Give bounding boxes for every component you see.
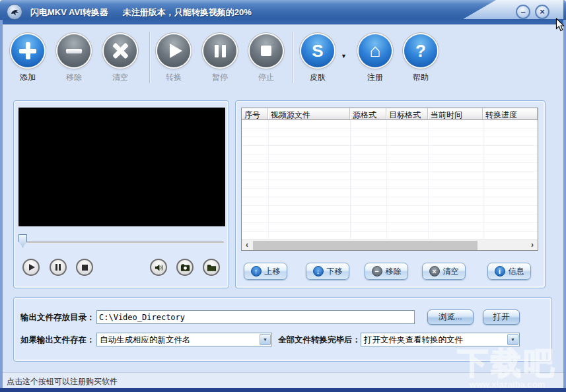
status-bar: 点击这个按钮可以注册购买软件 xyxy=(3,372,563,388)
toolbar-stop-button[interactable]: 停止 xyxy=(246,34,286,83)
queue-table-header: 序号 视频源文件 源格式 目标格式 当前时间 转换进度 xyxy=(242,108,538,120)
register-home-icon: ⌂ xyxy=(359,34,392,67)
toolbar-add-label: 添加 xyxy=(20,72,36,83)
toolbar-remove-button[interactable]: 移除 xyxy=(54,34,94,83)
column-header-source-file[interactable]: 视频源文件 xyxy=(268,108,350,119)
toolbar-separator xyxy=(149,32,150,83)
folder-icon xyxy=(207,263,217,273)
move-up-button[interactable]: ↑ 上移 xyxy=(244,263,287,280)
camera-icon xyxy=(180,263,190,273)
output-dir-label: 输出文件存放目录： xyxy=(20,312,95,323)
scroll-right-arrow-icon[interactable]: › xyxy=(527,240,538,251)
output-dir-input[interactable] xyxy=(96,310,415,324)
speaker-icon xyxy=(154,263,164,273)
preview-pause-button[interactable] xyxy=(50,259,67,276)
remove-item-button[interactable]: − 移除 xyxy=(365,263,408,280)
lightning-bird-icon xyxy=(9,7,20,17)
after-done-label: 全部文件转换完毕后： xyxy=(278,335,361,346)
minimize-button[interactable]: – xyxy=(516,5,530,19)
toolbar-register-label: 注册 xyxy=(367,72,383,83)
title-bar[interactable]: 闪电MKV AVI转换器未注册版本，只能转换视频的20% – × xyxy=(0,0,566,24)
after-done-select[interactable]: 打开文件夹查看转换的文件 ▼ xyxy=(361,333,520,346)
info-icon: i xyxy=(495,266,505,277)
toolbar-convert-label: 转换 xyxy=(166,72,182,83)
down-arrow-icon: ↓ xyxy=(313,266,324,277)
dropdown-arrow-icon[interactable]: ▼ xyxy=(260,334,271,345)
status-text: 点击这个按钮可以注册购买软件 xyxy=(7,377,118,386)
skin-dropdown-arrow-icon[interactable]: ▼ xyxy=(341,53,347,59)
seek-slider-track[interactable] xyxy=(20,242,224,244)
toolbar-help-button[interactable]: ? 帮助 xyxy=(401,34,441,83)
add-plus-icon xyxy=(11,34,44,67)
play-icon xyxy=(29,264,35,271)
column-header-progress[interactable]: 转换进度 xyxy=(483,108,538,119)
toolbar-remove-label: 移除 xyxy=(66,72,82,83)
stop-icon xyxy=(82,265,88,271)
app-icon xyxy=(7,4,22,20)
seek-slider-thumb[interactable] xyxy=(18,234,27,247)
x-icon: × xyxy=(429,266,440,277)
info-button[interactable]: i 信息 xyxy=(487,263,531,280)
toolbar-separator xyxy=(293,32,293,83)
toolbar-skin-label: 皮肤 xyxy=(310,72,326,83)
toolbar-clear-button[interactable]: 清空 xyxy=(100,34,140,83)
move-down-label: 下移 xyxy=(327,266,343,277)
queue-table-body xyxy=(242,120,538,239)
pause-icon xyxy=(55,264,61,271)
app-window: 闪电MKV AVI转换器未注册版本，只能转换视频的20% – × 添加 移除 清… xyxy=(0,0,566,392)
queue-panel: 序号 视频源文件 源格式 目标格式 当前时间 转换进度 ‹ › ↑ xyxy=(235,100,546,288)
preview-panel xyxy=(13,100,229,288)
open-folder-button[interactable] xyxy=(203,259,220,276)
file-exists-select[interactable]: 自动生成相应的新文件名 ▼ xyxy=(96,333,272,346)
column-header-current-time[interactable]: 当前时间 xyxy=(428,108,483,119)
window-border-bottom xyxy=(0,388,566,392)
mute-button[interactable] xyxy=(150,259,167,276)
preview-play-button[interactable] xyxy=(22,259,40,276)
clear-list-button[interactable]: × 清空 xyxy=(422,263,466,280)
move-up-label: 上移 xyxy=(265,266,281,277)
window-border-right xyxy=(563,20,566,392)
file-exists-value: 自动生成相应的新文件名 xyxy=(97,333,259,346)
column-header-index[interactable]: 序号 xyxy=(242,108,268,119)
pause-icon xyxy=(203,34,236,67)
window-border-left xyxy=(0,20,3,392)
window-title: 闪电MKV AVI转换器未注册版本，只能转换视频的20% xyxy=(30,7,252,18)
video-preview-area xyxy=(18,108,225,226)
toolbar-add-button[interactable]: 添加 xyxy=(8,34,48,83)
column-header-target-format[interactable]: 目标格式 xyxy=(386,108,428,119)
move-down-button[interactable]: ↓ 下移 xyxy=(306,263,349,280)
clear-x-icon xyxy=(104,34,137,67)
conversion-queue-table[interactable]: 序号 视频源文件 源格式 目标格式 当前时间 转换进度 ‹ › xyxy=(241,108,538,251)
skin-s-icon: S xyxy=(301,34,334,67)
preview-stop-button[interactable] xyxy=(76,259,93,276)
registration-notice: 未注册版本，只能转换视频的20% xyxy=(123,7,252,17)
toolbar-pause-label: 暂停 xyxy=(212,72,228,83)
close-button[interactable]: × xyxy=(535,5,549,19)
output-settings-panel: 输出文件存放目录： 浏览... 打开 如果输出文件存在： 自动生成相应的新文件名… xyxy=(13,297,552,362)
info-label: 信息 xyxy=(509,266,524,277)
remove-minus-icon xyxy=(57,34,90,67)
clear-list-label: 清空 xyxy=(443,266,459,277)
convert-play-icon xyxy=(157,34,190,67)
minus-icon: − xyxy=(372,266,382,277)
toolbar-register-button[interactable]: ⌂ 注册 xyxy=(355,34,395,83)
dropdown-arrow-icon[interactable]: ▼ xyxy=(507,334,518,345)
toolbar-pause-button[interactable]: 暂停 xyxy=(200,34,240,83)
scrollbar-thumb[interactable] xyxy=(253,241,478,250)
browse-button[interactable]: 浏览... xyxy=(427,310,474,325)
open-dir-button[interactable]: 打开 xyxy=(483,310,520,325)
up-arrow-icon: ↑ xyxy=(251,266,262,277)
toolbar-skin-button[interactable]: S 皮肤 xyxy=(298,34,337,83)
mouse-cursor xyxy=(555,18,565,32)
scroll-left-arrow-icon[interactable]: ‹ xyxy=(242,240,252,251)
toolbar-convert-button[interactable]: 转换 xyxy=(154,34,194,83)
remove-item-label: 移除 xyxy=(386,266,402,277)
column-header-source-format[interactable]: 源格式 xyxy=(350,108,386,119)
horizontal-scrollbar[interactable]: ‹ › xyxy=(242,240,538,250)
toolbar-clear-label: 清空 xyxy=(112,72,128,83)
help-question-icon: ? xyxy=(404,34,437,67)
stop-icon xyxy=(250,34,283,67)
file-exists-label: 如果输出文件存在： xyxy=(20,335,95,346)
toolbar-help-label: 帮助 xyxy=(413,72,429,83)
snapshot-button[interactable] xyxy=(176,259,194,276)
